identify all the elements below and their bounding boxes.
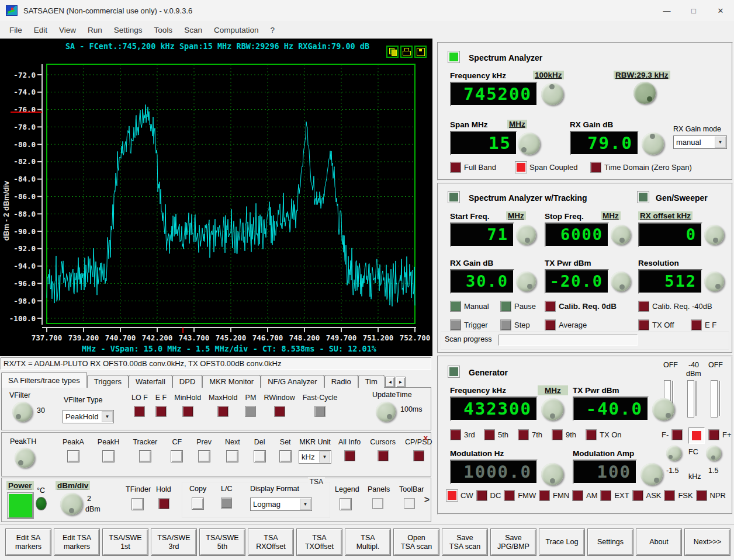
mod-amp-display[interactable]: 100 [573,460,637,484]
tracking-tx-pwr-knob[interactable] [611,272,631,291]
checkbox-minhold[interactable] [182,406,193,417]
checkbox-cp-psd[interactable] [413,450,424,461]
bottom-button-edit-tsa-markers[interactable]: Edit TSA markers [54,528,100,556]
stop-freq-display[interactable]: 6000 [545,222,609,247]
checkbox-fsk[interactable] [664,490,675,501]
sa-frequency-display[interactable]: 745200 [450,82,538,106]
sa-frequency-knob[interactable] [541,83,563,105]
start-freq-step-button[interactable]: MHz [506,211,526,220]
menu-item-file[interactable]: File [4,23,28,37]
menu-item-edit[interactable]: Edit [28,23,53,37]
gen-level-slider-3[interactable] [709,380,722,416]
bottom-button-tsa-txoffset[interactable]: TSA TXOffset [296,528,342,556]
bottom-button-tsa-multipl[interactable]: TSA Multipl. [345,528,391,556]
spectrum-display[interactable]: -72.0-74.0-76.0-78.0-80.0-82.0-84.0-86.0… [0,39,432,356]
toolbar-checkbox[interactable] [404,498,415,509]
marker-button-peaka[interactable] [67,450,79,462]
lc-checkbox[interactable] [221,498,232,509]
marker-button-cf[interactable] [171,450,183,462]
maximize-button[interactable]: □ [680,0,707,21]
checkbox-3rd[interactable] [450,429,461,440]
tab-dpd[interactable]: DPD [172,375,202,388]
mkr-unit-select[interactable]: kHz▼ [299,450,331,464]
gen-frequency-display[interactable]: 432300 [450,396,538,421]
menu-item-tools[interactable]: Tools [148,23,179,37]
rx-offset-display[interactable]: 0 [638,222,702,247]
tab-radio[interactable]: Radio [324,375,358,388]
tab-waterfall[interactable]: Waterfall [129,375,172,388]
tab-scroll-left-icon[interactable]: ◄ [385,377,395,388]
checkbox-full-band[interactable] [450,162,461,173]
stop-freq-knob[interactable] [611,225,631,245]
checkbox-ext[interactable] [600,490,611,501]
legend-button[interactable] [340,498,352,510]
checkbox-e-f[interactable] [691,319,702,331]
checkbox-tx-on[interactable] [586,429,597,440]
checkbox-ask[interactable] [632,490,643,501]
rx-gain-mode-select[interactable]: manual▼ [673,135,727,149]
checkbox-7th[interactable] [518,429,529,440]
checkbox-trigger[interactable] [450,319,461,331]
resolution-display[interactable]: 512 [638,269,702,294]
start-freq-knob[interactable] [516,225,536,245]
menu-item-run[interactable]: Run [82,23,108,37]
checkbox-fmn[interactable] [539,490,550,501]
tab-sa-filters-trace-types[interactable]: SA Filters/trace types [1,372,87,388]
bottom-button-save-tsa-scan[interactable]: Save TSA scan [442,528,488,556]
sa-span-step-button[interactable]: MHz [507,120,527,128]
fc-plus-knob[interactable] [706,446,721,461]
menu-item-[interactable]: ? [264,23,281,37]
bottom-button-tsa-swe-3rd[interactable]: TSA/SWE 3rd [151,528,197,556]
mod-hz-knob[interactable] [541,463,563,485]
fc-indicator[interactable] [692,431,701,440]
menu-item-settings[interactable]: Settings [108,23,148,37]
bottom-button-tsa-rxoffset[interactable]: TSA RXOffset [248,528,294,556]
gen-level-slider-2[interactable] [686,380,699,416]
bottom-button-edit-sa-markers[interactable]: Edit SA markers [5,528,51,556]
bottom-button-save-jpg-bmp[interactable]: Save JPG/BMP [490,528,536,556]
marker-button-del[interactable] [254,450,266,462]
marker-button-next[interactable] [226,450,238,462]
dbm-div-knob[interactable] [60,493,82,515]
tab-nf-g-analyzer[interactable]: NF/G Analyzer [261,375,324,388]
marker-button-tracker[interactable] [139,450,151,462]
marker-button-prev[interactable] [198,450,210,462]
start-freq-display[interactable]: 71 [450,222,514,247]
checkbox-rwindow[interactable] [274,406,285,417]
checkbox-cursors[interactable] [378,450,389,461]
close-button[interactable]: ✕ [707,0,734,21]
menu-item-view[interactable]: View [53,23,82,37]
display-format-select[interactable]: Logmag▼ [250,498,312,511]
bottom-button-settings[interactable]: Settings [587,528,633,556]
gen-freq-step-button[interactable]: MHz [538,385,568,395]
checkbox-dc[interactable] [476,490,487,501]
checkbox-maxhold[interactable] [217,406,228,417]
sa-span-display[interactable]: 15 [450,131,517,155]
checkbox-pm[interactable] [245,406,256,417]
sa-rx-gain-display[interactable]: 79.0 [570,131,639,155]
tracking-enabled-indicator[interactable] [448,191,460,203]
checkbox-5th[interactable] [484,429,495,440]
checkbox-manual[interactable] [450,301,461,312]
gen-tx-pwr-knob[interactable] [652,398,674,420]
mod-hz-display[interactable]: 1000.0 [450,460,538,484]
vfilter-type-select[interactable]: PeakHold▼ [63,410,114,423]
peakth-knob[interactable] [15,448,34,468]
checkbox-e-f[interactable] [155,406,167,417]
rx-offset-knob[interactable] [704,225,724,245]
bottom-button-open-tsa-scan[interactable]: Open TSA scan [393,528,439,556]
checkbox-npr[interactable] [696,490,707,501]
checkbox-all-info[interactable] [344,450,355,461]
update-time-knob[interactable] [376,402,396,422]
copy-trace-icon[interactable] [386,46,399,58]
checkbox-cw[interactable] [446,490,458,501]
marker-button-set[interactable] [279,450,292,462]
checkbox-fmw[interactable] [504,490,515,501]
tab-scroll-right-icon[interactable]: ► [396,377,406,388]
gen-tx-pwr-display[interactable]: -40.0 [573,396,649,421]
minimize-button[interactable]: — [653,0,680,21]
chevron-down-icon[interactable]: ▼ [300,499,311,510]
more-arrow[interactable]: > [424,495,430,505]
bottom-button-tsa-swe-5th[interactable]: TSA/SWE 5th [199,528,245,556]
tfinder-button[interactable] [131,498,144,510]
